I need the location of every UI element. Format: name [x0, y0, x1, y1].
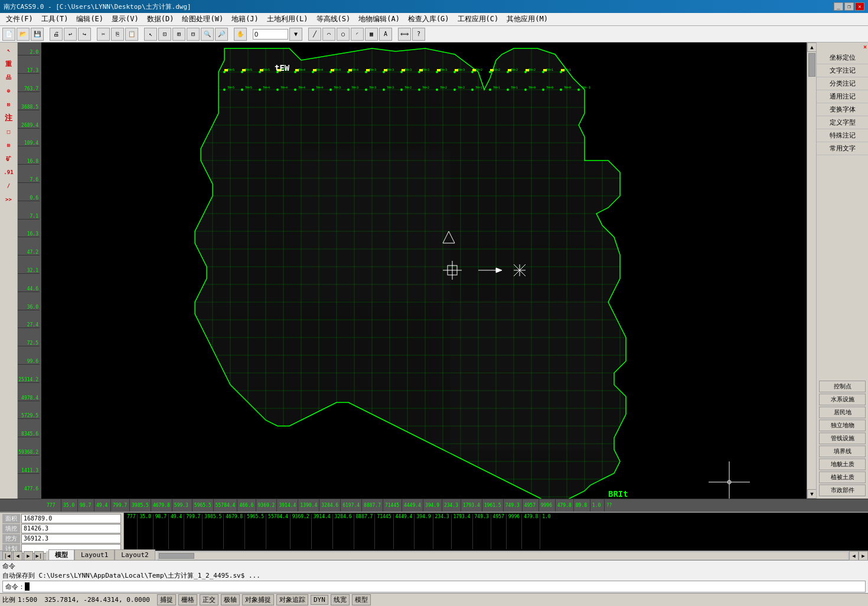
lt-note[interactable]: 注: [1, 112, 17, 125]
tab-layout2[interactable]: Layout2: [115, 549, 155, 560]
sb-snap[interactable]: 捕捉: [157, 594, 176, 605]
rs-general-note[interactable]: 通用注记: [817, 90, 868, 103]
menu-landuse[interactable]: 土地利用(L): [263, 13, 312, 25]
cmd-line-3[interactable]: 命令：: [2, 581, 866, 592]
tb-new[interactable]: 📄: [2, 28, 15, 41]
menu-check[interactable]: 检查入库(G): [404, 13, 453, 25]
nav-next-btn[interactable]: ▶: [24, 551, 33, 561]
rs-control-point[interactable]: 控制点: [819, 381, 866, 392]
sb-grid[interactable]: 栅格: [178, 594, 197, 605]
nav-first-btn[interactable]: |◀: [2, 551, 12, 561]
rs-change-font[interactable]: 变换字体: [817, 103, 868, 116]
sidebar-close-btn[interactable]: ×: [817, 42, 868, 51]
menu-draw[interactable]: 绘图处理(W): [178, 13, 227, 25]
rs-common-text[interactable]: 常用文字: [817, 142, 868, 155]
tb-select[interactable]: ↖: [144, 28, 157, 41]
tb-line[interactable]: ╱: [308, 28, 321, 41]
menu-edit[interactable]: 编辑(E): [73, 13, 107, 25]
lt-redraw[interactable]: 重: [1, 57, 17, 70]
tb-undo[interactable]: ↩: [64, 28, 77, 41]
sb-otrack[interactable]: 对象追踪: [276, 594, 308, 605]
tb-open[interactable]: 📂: [17, 28, 30, 41]
lt-survey[interactable]: 矿: [1, 152, 17, 165]
tb-zoom-window[interactable]: ⊡: [158, 28, 171, 41]
menu-contour[interactable]: 等高线(S): [313, 13, 354, 25]
rs-boundary[interactable]: 填界线: [819, 446, 866, 457]
menu-engineering[interactable]: 工程应用(C): [454, 13, 502, 25]
lt-grid[interactable]: ⊞: [1, 139, 17, 152]
tb-pan[interactable]: ✋: [234, 28, 247, 41]
tb-help[interactable]: ?: [412, 28, 425, 41]
tb-text[interactable]: A: [379, 28, 392, 41]
tb-plot[interactable]: 🖨: [50, 28, 63, 41]
layer-input[interactable]: 0: [253, 29, 288, 40]
rs-text-note[interactable]: 文字注记: [817, 64, 868, 77]
menu-feature[interactable]: 地物编辑(A): [355, 13, 403, 25]
lt-line2[interactable]: /: [1, 179, 17, 192]
lt-arrow[interactable]: ↖: [1, 44, 17, 57]
scale-value: 1:500: [18, 596, 37, 604]
menu-cadastre[interactable]: 地籍(J): [228, 13, 262, 25]
rs-special-note[interactable]: 特殊注记: [817, 129, 868, 142]
tb-cut[interactable]: ✂: [97, 28, 110, 41]
sb-lineweight[interactable]: 线宽: [331, 594, 350, 605]
rs-vegetation[interactable]: 植被土质: [819, 471, 866, 483]
canvas-area[interactable]: TH=5 TH=5 TH=5 TH=5 TH=4 TH=4 TH=4 TH=4 …: [41, 42, 816, 499]
lt-more[interactable]: >>: [1, 193, 17, 206]
tb-zoom-prev[interactable]: ⊟: [187, 28, 200, 41]
menu-data[interactable]: 数据(D): [143, 13, 178, 25]
scroll-up-btn[interactable]: ▲: [807, 42, 816, 52]
rs-define-font[interactable]: 定义字型: [817, 116, 868, 129]
rs-pipeline[interactable]: 管线设施: [819, 433, 866, 444]
tb-layer-list[interactable]: ▼: [289, 28, 302, 41]
lt-classify[interactable]: 品: [1, 71, 17, 84]
v-scroll-track[interactable]: [807, 52, 816, 489]
rs-residential[interactable]: 居民地: [819, 407, 866, 418]
tb-circle[interactable]: ○: [337, 28, 350, 41]
sb-dyn[interactable]: DYN: [311, 595, 328, 605]
tb-zoom-in[interactable]: 🔍: [201, 28, 214, 41]
nav-last-btn[interactable]: ▶|: [34, 551, 44, 561]
tb-redo[interactable]: ↪: [78, 28, 91, 41]
menu-file[interactable]: 文件(F): [2, 13, 37, 25]
scroll-left-btn[interactable]: ◀: [849, 551, 859, 561]
tb-zoom-out[interactable]: 🔎: [215, 28, 228, 41]
menu-other[interactable]: 其他应用(M): [503, 13, 552, 25]
tb-copy[interactable]: ⎘: [111, 28, 124, 41]
rs-standalone-obj[interactable]: 独立地物: [819, 420, 866, 431]
sb-polar[interactable]: 极轴: [221, 594, 240, 605]
menu-tools[interactable]: 工具(T): [38, 13, 72, 25]
sb-osnap[interactable]: 对象捕捉: [242, 594, 274, 605]
tb-arc[interactable]: ◜: [351, 28, 364, 41]
menu-view[interactable]: 显示(V): [108, 13, 142, 25]
tb-zoom-ext[interactable]: ⊞: [172, 28, 185, 41]
scroll-right-btn[interactable]: ▶: [859, 551, 868, 561]
sb-model[interactable]: 模型: [352, 594, 371, 605]
tb-save[interactable]: 💾: [31, 28, 44, 41]
rs-terrain[interactable]: 地貌土质: [819, 458, 866, 470]
rs-municipal[interactable]: 市政部件: [819, 484, 866, 496]
lt-rect[interactable]: □: [1, 125, 17, 138]
h-scroll-thumb[interactable]: [159, 553, 194, 559]
lt-mirror[interactable]: ⊠: [1, 98, 17, 111]
tb-polyline[interactable]: ⌒: [322, 28, 335, 41]
rs-water-facility[interactable]: 水系设施: [819, 394, 866, 405]
lt-scale[interactable]: .91: [1, 166, 17, 179]
sb-ortho[interactable]: 正交: [200, 594, 218, 605]
tb-hatch[interactable]: ▦: [365, 28, 378, 41]
svg-text:TH=2: TH=2: [511, 68, 518, 71]
restore-button[interactable]: ❐: [844, 2, 854, 11]
tb-paste[interactable]: 📋: [125, 28, 138, 41]
close-button[interactable]: ✕: [855, 2, 864, 11]
scroll-down-btn[interactable]: ▼: [807, 489, 816, 499]
svg-point-80: [347, 71, 350, 73]
h-scroll-track[interactable]: [159, 552, 848, 559]
rs-classify-note[interactable]: 分类注记: [817, 77, 868, 90]
tab-layout1[interactable]: Layout1: [74, 549, 115, 560]
nav-prev-btn[interactable]: ◀: [13, 551, 22, 561]
rs-coord-position[interactable]: 坐标定位: [817, 51, 868, 64]
lt-snap[interactable]: ⊕: [1, 84, 17, 97]
tab-model[interactable]: 模型: [48, 549, 74, 560]
minimize-button[interactable]: _: [834, 2, 843, 11]
tb-dim[interactable]: ⟺: [398, 28, 411, 41]
